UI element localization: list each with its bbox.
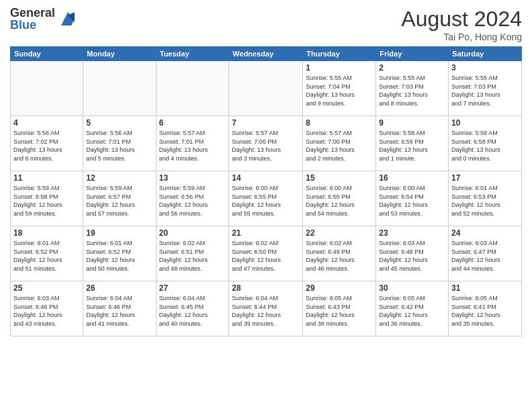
day-info: Sunrise: 5:57 AM Sunset: 7:00 PM Dayligh… [306, 129, 373, 163]
day-info: Sunrise: 5:58 AM Sunset: 6:59 PM Dayligh… [379, 129, 445, 163]
calendar-cell: 21Sunrise: 6:02 AM Sunset: 6:50 PM Dayli… [229, 226, 303, 281]
day-number: 6 [159, 118, 226, 128]
title-month: August 2024 [401, 7, 522, 32]
day-info: Sunrise: 5:56 AM Sunset: 7:01 PM Dayligh… [86, 129, 152, 163]
day-info: Sunrise: 6:03 AM Sunset: 6:46 PM Dayligh… [13, 294, 80, 328]
day-info: Sunrise: 6:05 AM Sunset: 6:41 PM Dayligh… [451, 294, 519, 328]
weekday-header-row: SundayMondayTuesdayWednesdayThursdayFrid… [11, 47, 522, 61]
day-number: 21 [232, 228, 300, 238]
day-info: Sunrise: 6:02 AM Sunset: 6:49 PM Dayligh… [306, 239, 373, 273]
day-number: 22 [306, 228, 373, 238]
calendar-cell: 13Sunrise: 5:59 AM Sunset: 6:56 PM Dayli… [156, 171, 229, 226]
calendar-cell: 4Sunrise: 5:56 AM Sunset: 7:02 PM Daylig… [11, 116, 83, 171]
day-number: 1 [306, 63, 373, 73]
calendar-cell: 14Sunrise: 6:00 AM Sunset: 6:55 PM Dayli… [229, 171, 303, 226]
day-number: 11 [13, 173, 80, 183]
calendar-cell: 29Sunrise: 6:05 AM Sunset: 6:43 PM Dayli… [303, 281, 376, 336]
day-number: 28 [232, 283, 300, 293]
day-number: 31 [451, 283, 519, 293]
day-info: Sunrise: 5:57 AM Sunset: 7:00 PM Dayligh… [232, 129, 300, 163]
day-number: 8 [306, 118, 373, 128]
calendar-cell: 11Sunrise: 5:59 AM Sunset: 6:58 PM Dayli… [11, 171, 83, 226]
day-info: Sunrise: 5:59 AM Sunset: 6:58 PM Dayligh… [13, 184, 80, 218]
calendar-cell: 7Sunrise: 5:57 AM Sunset: 7:00 PM Daylig… [229, 116, 303, 171]
header: General Blue August 2024 Tai Po, Hong Ko… [10, 7, 522, 42]
day-info: Sunrise: 6:02 AM Sunset: 6:51 PM Dayligh… [159, 239, 226, 273]
day-number: 9 [379, 118, 445, 128]
calendar-cell: 30Sunrise: 6:05 AM Sunset: 6:42 PM Dayli… [376, 281, 449, 336]
weekday-header-tuesday: Tuesday [156, 47, 229, 61]
calendar-cell: 20Sunrise: 6:02 AM Sunset: 6:51 PM Dayli… [156, 226, 229, 281]
calendar-cell [156, 61, 229, 116]
calendar-cell: 10Sunrise: 5:58 AM Sunset: 6:58 PM Dayli… [449, 116, 522, 171]
day-info: Sunrise: 6:05 AM Sunset: 6:43 PM Dayligh… [306, 294, 373, 328]
week-row-1: 4Sunrise: 5:56 AM Sunset: 7:02 PM Daylig… [11, 116, 522, 171]
week-row-0: 1Sunrise: 5:55 AM Sunset: 7:04 PM Daylig… [11, 61, 522, 116]
day-number: 27 [159, 283, 226, 293]
calendar-cell: 24Sunrise: 6:03 AM Sunset: 6:47 PM Dayli… [449, 226, 522, 281]
day-number: 7 [232, 118, 300, 128]
weekday-header-thursday: Thursday [303, 47, 376, 61]
day-number: 4 [13, 118, 80, 128]
week-row-4: 25Sunrise: 6:03 AM Sunset: 6:46 PM Dayli… [11, 281, 522, 336]
day-info: Sunrise: 6:04 AM Sunset: 6:46 PM Dayligh… [86, 294, 152, 328]
day-number: 29 [306, 283, 373, 293]
day-info: Sunrise: 6:05 AM Sunset: 6:42 PM Dayligh… [379, 294, 445, 328]
logo-text: General Blue [10, 7, 55, 31]
day-info: Sunrise: 5:59 AM Sunset: 6:56 PM Dayligh… [159, 184, 226, 218]
day-info: Sunrise: 6:01 AM Sunset: 6:52 PM Dayligh… [86, 239, 152, 273]
day-info: Sunrise: 6:01 AM Sunset: 6:53 PM Dayligh… [451, 184, 519, 218]
calendar-cell: 5Sunrise: 5:56 AM Sunset: 7:01 PM Daylig… [83, 116, 156, 171]
day-info: Sunrise: 6:00 AM Sunset: 6:55 PM Dayligh… [232, 184, 300, 218]
calendar-cell: 6Sunrise: 5:57 AM Sunset: 7:01 PM Daylig… [156, 116, 229, 171]
logo-blue: Blue [10, 19, 55, 31]
weekday-header-monday: Monday [83, 47, 156, 61]
day-info: Sunrise: 6:04 AM Sunset: 6:45 PM Dayligh… [159, 294, 226, 328]
day-info: Sunrise: 6:00 AM Sunset: 6:55 PM Dayligh… [306, 184, 373, 218]
day-number: 16 [379, 173, 445, 183]
day-info: Sunrise: 6:04 AM Sunset: 6:44 PM Dayligh… [232, 294, 300, 328]
calendar-cell: 17Sunrise: 6:01 AM Sunset: 6:53 PM Dayli… [449, 171, 522, 226]
weekday-header-saturday: Saturday [449, 47, 522, 61]
calendar-cell: 15Sunrise: 6:00 AM Sunset: 6:55 PM Dayli… [303, 171, 376, 226]
day-info: Sunrise: 5:59 AM Sunset: 6:57 PM Dayligh… [86, 184, 152, 218]
day-number: 2 [379, 63, 445, 73]
day-number: 30 [379, 283, 445, 293]
day-number: 10 [451, 118, 519, 128]
calendar-cell [229, 61, 303, 116]
calendar-cell [83, 61, 156, 116]
calendar-cell: 25Sunrise: 6:03 AM Sunset: 6:46 PM Dayli… [11, 281, 83, 336]
week-row-2: 11Sunrise: 5:59 AM Sunset: 6:58 PM Dayli… [11, 171, 522, 226]
logo-general: General [10, 7, 55, 19]
page: General Blue August 2024 Tai Po, Hong Ko… [0, 0, 532, 343]
day-info: Sunrise: 5:55 AM Sunset: 7:04 PM Dayligh… [306, 74, 373, 107]
logo-icon [58, 9, 78, 29]
day-number: 26 [86, 283, 152, 293]
calendar-cell: 2Sunrise: 5:55 AM Sunset: 7:03 PM Daylig… [376, 61, 449, 116]
day-info: Sunrise: 6:01 AM Sunset: 6:52 PM Dayligh… [13, 239, 80, 273]
day-info: Sunrise: 5:55 AM Sunset: 7:03 PM Dayligh… [451, 74, 519, 107]
calendar-cell: 28Sunrise: 6:04 AM Sunset: 6:44 PM Dayli… [229, 281, 303, 336]
day-number: 17 [451, 173, 519, 183]
day-number: 18 [13, 228, 80, 238]
title-block: August 2024 Tai Po, Hong Kong [401, 7, 522, 42]
calendar: SundayMondayTuesdayWednesdayThursdayFrid… [10, 46, 522, 336]
day-info: Sunrise: 6:02 AM Sunset: 6:50 PM Dayligh… [232, 239, 300, 273]
calendar-cell [11, 61, 83, 116]
day-number: 15 [306, 173, 373, 183]
day-info: Sunrise: 5:55 AM Sunset: 7:03 PM Dayligh… [379, 74, 445, 107]
day-info: Sunrise: 5:58 AM Sunset: 6:58 PM Dayligh… [451, 129, 519, 163]
calendar-cell: 18Sunrise: 6:01 AM Sunset: 6:52 PM Dayli… [11, 226, 83, 281]
week-row-3: 18Sunrise: 6:01 AM Sunset: 6:52 PM Dayli… [11, 226, 522, 281]
weekday-header-sunday: Sunday [11, 47, 83, 61]
logo: General Blue [10, 7, 78, 31]
day-number: 13 [159, 173, 226, 183]
day-info: Sunrise: 6:03 AM Sunset: 6:48 PM Dayligh… [379, 239, 445, 273]
day-number: 24 [451, 228, 519, 238]
day-number: 19 [86, 228, 152, 238]
calendar-cell: 16Sunrise: 6:00 AM Sunset: 6:54 PM Dayli… [376, 171, 449, 226]
calendar-cell: 9Sunrise: 5:58 AM Sunset: 6:59 PM Daylig… [376, 116, 449, 171]
day-number: 23 [379, 228, 445, 238]
day-number: 5 [86, 118, 152, 128]
weekday-header-friday: Friday [376, 47, 449, 61]
